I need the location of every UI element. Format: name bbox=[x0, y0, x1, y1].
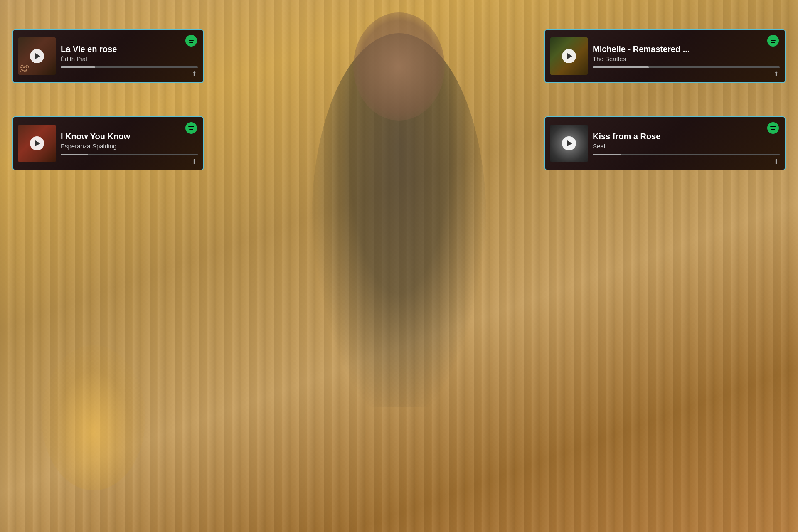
progress-bar-piaf bbox=[61, 66, 198, 68]
album-art-beatles bbox=[550, 37, 588, 75]
album-art-esperanza bbox=[18, 125, 56, 162]
spotify-bar-3 bbox=[189, 129, 193, 130]
album-art-piaf bbox=[18, 37, 56, 75]
spotify-logo-beatles bbox=[767, 35, 779, 47]
spotify-bar-2 bbox=[189, 40, 194, 41]
progress-fill-seal bbox=[593, 154, 621, 155]
spotify-bar-2 bbox=[189, 128, 194, 128]
spotify-bars bbox=[770, 39, 776, 43]
play-icon bbox=[567, 53, 572, 59]
play-button-seal[interactable] bbox=[562, 136, 576, 150]
spotify-bar-2 bbox=[771, 40, 776, 41]
spotify-bars bbox=[188, 126, 194, 130]
spotify-bar-1 bbox=[770, 126, 776, 127]
spotify-card-michelle: Michelle - Remastered ... The Beatles ⬆ bbox=[544, 29, 786, 83]
progress-bar-seal bbox=[593, 154, 780, 155]
play-button-esperanza[interactable] bbox=[30, 136, 44, 150]
spotify-logo-piaf bbox=[185, 35, 197, 47]
play-icon bbox=[35, 53, 40, 59]
progress-fill-esperanza bbox=[61, 154, 88, 155]
track-artist-esperanza: Esperanza Spalding bbox=[61, 143, 195, 150]
track-title-seal: Kiss from a Rose bbox=[593, 132, 776, 141]
track-artist-seal: Seal bbox=[593, 143, 776, 150]
spotify-bar-1 bbox=[188, 39, 194, 39]
spotify-card-la-vie-en-rose: La Vie en rose Édith Piaf ⬆ bbox=[12, 29, 204, 83]
card-info-piaf: La Vie en rose Édith Piaf bbox=[61, 44, 198, 68]
spotify-bar-3 bbox=[771, 42, 775, 43]
share-icon-piaf[interactable]: ⬆ bbox=[192, 70, 197, 78]
track-title-esperanza: I Know You Know bbox=[61, 132, 195, 141]
share-icon-esperanza[interactable]: ⬆ bbox=[192, 158, 197, 165]
share-icon-beatles[interactable]: ⬆ bbox=[773, 70, 779, 78]
progress-fill-beatles bbox=[593, 66, 649, 68]
spotify-bar-1 bbox=[770, 39, 776, 39]
progress-bar-beatles bbox=[593, 66, 780, 68]
spotify-logo-seal bbox=[767, 122, 779, 134]
lamp-glow bbox=[42, 345, 145, 490]
card-info-esperanza: I Know You Know Esperanza Spalding bbox=[61, 132, 198, 155]
progress-fill-piaf bbox=[61, 66, 95, 68]
track-title-piaf: La Vie en rose bbox=[61, 44, 195, 54]
play-button-beatles[interactable] bbox=[562, 49, 576, 63]
play-icon bbox=[567, 140, 572, 146]
play-button-piaf[interactable] bbox=[30, 49, 44, 63]
spotify-bar-3 bbox=[771, 129, 775, 130]
share-icon-seal[interactable]: ⬆ bbox=[773, 158, 779, 165]
spotify-bar-3 bbox=[189, 42, 193, 43]
spotify-bars bbox=[770, 126, 776, 130]
play-icon bbox=[35, 140, 40, 146]
spotify-bar-1 bbox=[188, 126, 194, 127]
spotify-logo-esperanza bbox=[185, 122, 197, 134]
track-title-beatles: Michelle - Remastered ... bbox=[593, 44, 776, 54]
spotify-card-kiss-from-a-rose: Kiss from a Rose Seal ⬆ bbox=[544, 116, 786, 170]
progress-bar-esperanza bbox=[61, 154, 198, 155]
card-info-beatles: Michelle - Remastered ... The Beatles bbox=[593, 44, 780, 68]
spotify-card-i-know-you-know: I Know You Know Esperanza Spalding ⬆ bbox=[12, 116, 204, 170]
spotify-bars bbox=[188, 39, 194, 43]
track-artist-piaf: Édith Piaf bbox=[61, 55, 195, 62]
card-info-seal: Kiss from a Rose Seal bbox=[593, 132, 780, 155]
track-artist-beatles: The Beatles bbox=[593, 55, 776, 62]
spotify-bar-2 bbox=[771, 128, 776, 128]
album-art-seal bbox=[550, 125, 588, 162]
